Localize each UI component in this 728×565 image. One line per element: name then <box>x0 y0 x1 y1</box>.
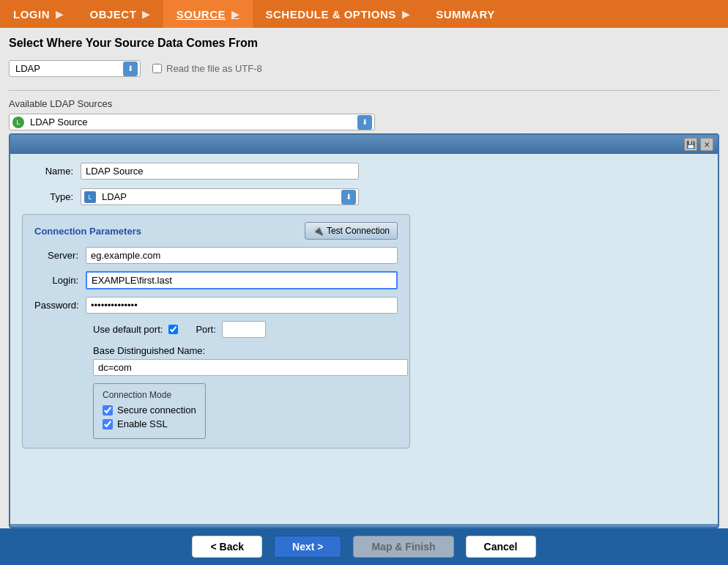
nav-source[interactable]: SOURCE ▶ <box>163 0 253 28</box>
type-select[interactable]: LDAP <box>81 188 359 205</box>
nav-summary[interactable]: SUMMARY <box>423 0 508 28</box>
test-connection-label: Test Connection <box>327 226 390 236</box>
nav-object-label: OBJECT <box>90 8 137 21</box>
read-utf8-checkbox[interactable] <box>152 64 162 73</box>
password-label: Password: <box>34 300 86 311</box>
modal-titlebar: 💾 ✕ <box>10 135 718 154</box>
modal-dialog: 💾 ✕ Name: Type: L LDAP ⬇ <box>9 133 719 528</box>
enable-ssl-label: Enable SSL <box>117 418 168 429</box>
password-row: Password: <box>34 297 398 314</box>
connection-params-header: Connection Parameters 🔌 Test Connection <box>34 222 398 240</box>
port-input[interactable] <box>222 321 266 338</box>
type-label: Type: <box>22 191 81 202</box>
modal-close-icon[interactable]: ✕ <box>700 138 713 151</box>
type-select-wrapper: L LDAP ⬇ <box>81 188 359 205</box>
connection-params-title: Connection Parameters <box>34 226 141 237</box>
nav-login[interactable]: LOGIN ▶ <box>0 0 77 28</box>
login-label: Login: <box>34 275 86 286</box>
ldap-source-select-wrapper: LDAP Source L ⬇ <box>9 114 375 130</box>
divider <box>9 90 719 91</box>
enable-ssl-checkbox[interactable] <box>103 419 113 429</box>
modal-body: Name: Type: L LDAP ⬇ Connection Paramete… <box>10 154 718 524</box>
type-row: Type: L LDAP ⬇ <box>22 188 706 205</box>
server-row: Server: <box>34 247 398 264</box>
nav-summary-label: SUMMARY <box>436 8 494 21</box>
nav-arrow-icon: ▶ <box>231 9 239 20</box>
nav-arrow-icon: ▶ <box>402 9 410 20</box>
modal-save-icon[interactable]: 💾 <box>684 138 697 151</box>
read-utf8-text: Read the file as UTF-8 <box>166 63 262 74</box>
connection-mode-box: Connection Mode Secure connection Enable… <box>93 383 206 439</box>
back-button[interactable]: < Back <box>192 536 262 558</box>
server-input[interactable] <box>86 247 398 264</box>
ldap-source-select[interactable]: LDAP Source <box>9 114 375 130</box>
test-connection-button[interactable]: 🔌 Test Connection <box>305 222 398 240</box>
available-sources-label: Available LDAP Sources <box>9 98 719 109</box>
test-connection-icon: 🔌 <box>313 226 324 236</box>
type-ldap-icon: L <box>84 191 96 203</box>
base-dn-section: Base Distinguished Name: <box>93 345 398 376</box>
password-input[interactable] <box>86 297 398 314</box>
name-input[interactable] <box>81 163 359 180</box>
bottom-bar: < Back Next > Map & Finish Cancel <box>0 528 728 565</box>
secure-connection-label: Secure connection <box>117 405 196 416</box>
source-type-select[interactable]: LDAP CSV Database <box>9 60 141 77</box>
ldap-source-icon: L <box>12 117 24 128</box>
use-default-port-label: Use default port: <box>93 324 163 335</box>
nav-source-label: SOURCE <box>177 8 226 21</box>
nav-arrow-icon: ▶ <box>56 9 64 20</box>
login-row: Login: <box>34 271 398 289</box>
server-label: Server: <box>34 250 86 261</box>
nav-schedule-options-label: SCHEDULE & OPTIONS <box>266 8 396 21</box>
nav-login-label: LOGIN <box>13 8 50 21</box>
next-button[interactable]: Next > <box>274 536 341 558</box>
top-navigation: LOGIN ▶ OBJECT ▶ SOURCE ▶ SCHEDULE & OPT… <box>0 0 728 28</box>
nav-arrow-icon: ▶ <box>142 9 150 20</box>
source-type-row: LDAP CSV Database ⬇ Read the file as UTF… <box>9 60 719 77</box>
base-dn-input[interactable] <box>93 359 408 376</box>
page-title: Select Where Your Source Data Comes From <box>9 37 719 50</box>
login-input[interactable] <box>86 271 398 289</box>
map-finish-button[interactable]: Map & Finish <box>353 536 453 558</box>
port-row: Use default port: Port: <box>93 321 398 338</box>
base-dn-label: Base Distinguished Name: <box>93 345 398 356</box>
name-row: Name: <box>22 163 706 180</box>
port-label: Port: <box>196 324 215 335</box>
name-label: Name: <box>22 166 81 177</box>
use-default-port-checkbox[interactable] <box>168 325 178 334</box>
secure-connection-row: Secure connection <box>103 405 196 416</box>
nav-schedule-options[interactable]: SCHEDULE & OPTIONS ▶ <box>253 0 423 28</box>
enable-ssl-row: Enable SSL <box>103 418 196 429</box>
cancel-button[interactable]: Cancel <box>466 536 536 558</box>
connection-params-section: Connection Parameters 🔌 Test Connection … <box>22 214 410 448</box>
source-type-select-wrapper: LDAP CSV Database ⬇ <box>9 60 141 77</box>
read-utf8-label[interactable]: Read the file as UTF-8 <box>152 63 262 74</box>
nav-object[interactable]: OBJECT ▶ <box>77 0 163 28</box>
secure-connection-checkbox[interactable] <box>103 405 113 416</box>
connection-mode-title: Connection Mode <box>103 390 196 400</box>
main-content: Select Where Your Source Data Comes From… <box>0 28 728 528</box>
